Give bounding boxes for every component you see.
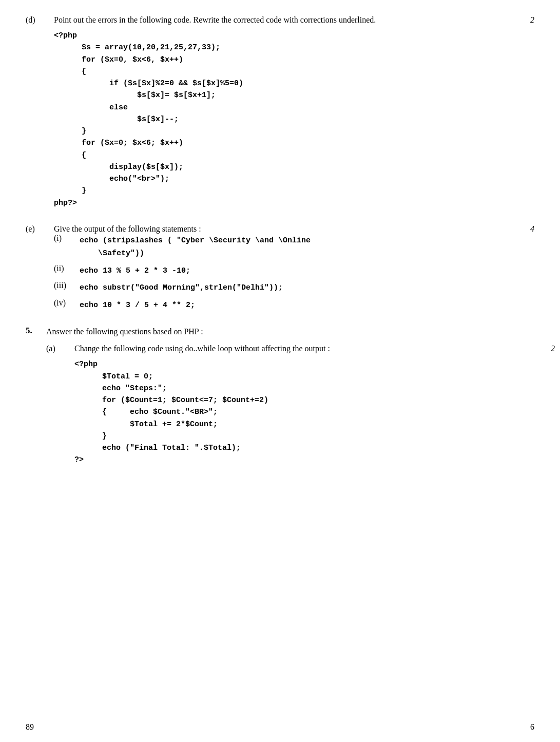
e-sub-ii: (ii) echo 13 % 5 + 2 * 3 -10; bbox=[54, 264, 519, 277]
d-code: <?php $s = array(10,20,21,25,27,33); for… bbox=[54, 30, 519, 209]
page-content: (d) Point out the errors in the followin… bbox=[26, 15, 534, 471]
d-body: Point out the errors in the following co… bbox=[54, 15, 519, 214]
e-question-row: (e) Give the output of the following sta… bbox=[26, 224, 534, 316]
a-question-row: (a) Change the following code using do..… bbox=[46, 344, 555, 471]
e-label: (e) bbox=[26, 224, 54, 234]
footer-page-number: 89 bbox=[26, 722, 34, 732]
e-sub-iii-body: echo substr("Good Morning",strlen("Delhi… bbox=[80, 281, 519, 294]
e-marks: 4 bbox=[519, 224, 534, 234]
q5-text: Answer the following questions based on … bbox=[46, 326, 534, 338]
section-5: 5. Answer the following questions based … bbox=[26, 326, 534, 471]
d-question-row: (d) Point out the errors in the followin… bbox=[26, 15, 534, 214]
e-sub-ii-code: echo 13 % 5 + 2 * 3 -10; bbox=[80, 267, 190, 275]
section-e: (e) Give the output of the following sta… bbox=[26, 224, 534, 316]
e-sub-iv-body: echo 10 * 3 / 5 + 4 ** 2; bbox=[80, 298, 519, 312]
e-sub-iv: (iv) echo 10 * 3 / 5 + 4 ** 2; bbox=[54, 298, 519, 312]
a-label: (a) bbox=[46, 344, 74, 353]
e-sub-iii-label: (iii) bbox=[54, 281, 80, 290]
e-sub-i-code: echo (stripslashes ( "Cyber \Security \a… bbox=[80, 236, 311, 258]
e-sub-iv-code: echo 10 * 3 / 5 + 4 ** 2; bbox=[80, 301, 195, 310]
a-text: Change the following code using do..whil… bbox=[74, 344, 330, 353]
e-sub-i-body: echo (stripslashes ( "Cyber \Security \a… bbox=[80, 234, 519, 260]
a-body: Change the following code using do..whil… bbox=[74, 344, 539, 471]
footer-section-number: 6 bbox=[530, 722, 534, 732]
q5-number: 5. bbox=[26, 326, 46, 336]
section-d: (d) Point out the errors in the followin… bbox=[26, 15, 534, 214]
d-marks: 2 bbox=[519, 15, 534, 25]
d-text: Point out the errors in the following co… bbox=[54, 15, 376, 24]
a-code: <?php $Total = 0; echo "Steps:"; for ($C… bbox=[74, 358, 539, 466]
e-text: Give the output of the following stateme… bbox=[54, 224, 201, 233]
e-body: Give the output of the following stateme… bbox=[54, 224, 519, 316]
e-sub-i: (i) echo (stripslashes ( "Cyber \Securit… bbox=[54, 234, 519, 260]
a-marks: 2 bbox=[539, 344, 555, 353]
e-sub-iii-code: echo substr("Good Morning",strlen("Delhi… bbox=[80, 283, 283, 292]
q5-row: 5. Answer the following questions based … bbox=[26, 326, 534, 338]
e-sub-ii-label: (ii) bbox=[54, 264, 80, 273]
page-footer: 89 6 bbox=[26, 722, 534, 732]
e-sub-iii: (iii) echo substr("Good Morning",strlen(… bbox=[54, 281, 519, 294]
e-sub-i-label: (i) bbox=[54, 234, 80, 243]
e-sub-iv-label: (iv) bbox=[54, 298, 80, 308]
d-label: (d) bbox=[26, 15, 54, 25]
e-sub-ii-body: echo 13 % 5 + 2 * 3 -10; bbox=[80, 264, 519, 277]
